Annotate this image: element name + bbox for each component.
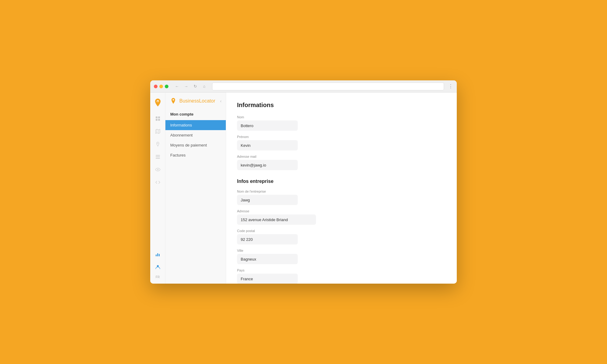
close-traffic-light[interactable] <box>154 85 158 88</box>
address-group: Adresse <box>237 209 446 225</box>
postal-code-input[interactable] <box>237 234 298 244</box>
reload-button[interactable]: ↻ <box>192 83 199 90</box>
brand-logo-icon <box>170 97 177 105</box>
company-name-group: Nom de l'entreprise <box>237 190 446 205</box>
svg-rect-12 <box>157 253 158 256</box>
svg-point-10 <box>157 169 158 170</box>
pays-label: Pays <box>237 268 446 272</box>
app-container: FR BusinessLocator ‹ Mon compte Informat… <box>150 93 457 284</box>
sidebar-icon-map[interactable] <box>152 126 163 137</box>
fullscreen-traffic-light[interactable] <box>165 85 168 88</box>
prenom-label: Prénom <box>237 135 446 139</box>
minimize-traffic-light[interactable] <box>159 85 163 88</box>
svg-rect-11 <box>156 254 157 256</box>
nav-sidebar: BusinessLocator ‹ Mon compte Information… <box>165 93 226 284</box>
company-name-label: Nom de l'entreprise <box>237 190 446 193</box>
svg-point-6 <box>157 143 158 144</box>
ville-input[interactable] <box>237 254 298 264</box>
sidebar-section-title: Mon compte <box>165 110 226 120</box>
icon-sidebar-bottom: FR <box>152 249 163 279</box>
sidebar-icon-list[interactable] <box>152 151 163 162</box>
page-title: Informations <box>237 102 446 109</box>
browser-window: ← → ↻ ⌂ ⋮ <box>150 80 457 284</box>
ville-group: Ville <box>237 249 446 264</box>
sidebar-icon-pin[interactable] <box>152 139 163 150</box>
sidebar-icon-grid[interactable] <box>152 113 163 124</box>
svg-rect-13 <box>159 254 160 256</box>
svg-point-14 <box>157 265 159 267</box>
postal-code-group: Code postal <box>237 229 446 244</box>
sidebar-item-moyens-paiement[interactable]: Moyens de paiement <box>165 140 226 150</box>
address-bar[interactable] <box>212 83 444 90</box>
language-label[interactable]: FR <box>156 275 160 279</box>
icon-sidebar: FR <box>150 93 165 284</box>
sidebar-icon-eye[interactable] <box>152 164 163 175</box>
svg-rect-0 <box>156 116 158 118</box>
sidebar-item-informations[interactable]: Informations <box>165 120 226 130</box>
svg-rect-3 <box>158 119 160 121</box>
sidebar-item-factures[interactable]: Factures <box>165 150 226 160</box>
address-input[interactable] <box>237 214 316 225</box>
nom-group: Nom <box>237 115 446 131</box>
email-group: Adresse mail <box>237 155 446 170</box>
address-label: Adresse <box>237 209 446 213</box>
svg-rect-9 <box>156 158 160 159</box>
app-logo <box>153 97 163 108</box>
company-name-input[interactable] <box>237 195 298 205</box>
sidebar-icon-chart[interactable] <box>152 249 163 260</box>
nom-input[interactable] <box>237 120 298 131</box>
forward-button[interactable]: → <box>182 83 190 90</box>
sidebar-item-abonnement[interactable]: Abonnement <box>165 130 226 140</box>
brand-name: BusinessLocator <box>179 98 215 104</box>
prenom-group: Prénom <box>237 135 446 150</box>
svg-rect-1 <box>158 116 160 118</box>
svg-rect-7 <box>156 155 160 156</box>
main-content: Informations Nom Prénom Adresse mail Inf… <box>226 93 457 284</box>
browser-titlebar: ← → ↻ ⌂ ⋮ <box>150 80 457 93</box>
collapse-sidebar-button[interactable]: ‹ <box>220 99 222 103</box>
traffic-lights <box>154 85 168 88</box>
email-label: Adresse mail <box>237 155 446 158</box>
pays-group: Pays <box>237 268 446 284</box>
browser-navigation: ← → ↻ ⌂ <box>173 83 208 90</box>
company-section-title: Infos entreprise <box>237 179 446 184</box>
pays-input[interactable] <box>237 274 298 284</box>
sidebar-icon-code[interactable] <box>152 177 163 188</box>
ville-label: Ville <box>237 249 446 252</box>
postal-code-label: Code postal <box>237 229 446 233</box>
prenom-input[interactable] <box>237 140 298 150</box>
nom-label: Nom <box>237 115 446 119</box>
browser-menu-button[interactable]: ⋮ <box>448 83 453 89</box>
svg-point-15 <box>173 99 174 101</box>
email-input[interactable] <box>237 160 298 170</box>
sidebar-icon-user[interactable] <box>152 261 163 272</box>
back-button[interactable]: ← <box>173 83 181 90</box>
svg-rect-2 <box>156 119 158 121</box>
app-brand: BusinessLocator ‹ <box>165 97 226 110</box>
svg-rect-8 <box>156 157 160 157</box>
home-button[interactable]: ⌂ <box>201 83 208 90</box>
